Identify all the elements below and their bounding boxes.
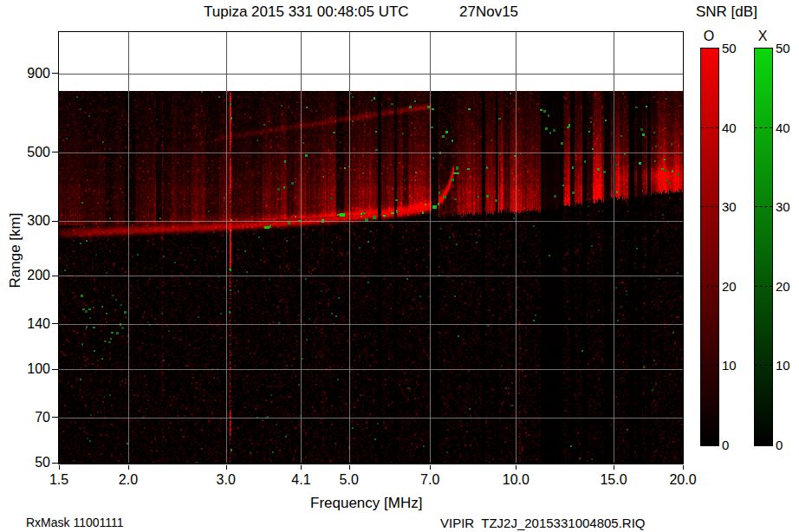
y-tick-label: 200 — [12, 268, 50, 283]
x-tick-label: 15.0 — [600, 472, 627, 488]
colorbar-tick-dash — [701, 286, 718, 287]
x-tick-label: 2.0 — [119, 472, 138, 488]
colorbar-x-label: X — [758, 29, 768, 44]
y-tick-label: 70 — [12, 409, 50, 425]
x-tick-label: 5.0 — [340, 472, 359, 488]
x-tick-mark — [128, 465, 129, 470]
colorbar-tick-dash — [755, 127, 772, 128]
x-tick-mark — [301, 465, 302, 470]
x-tick-mark — [226, 465, 227, 470]
colorbar-tick-label: 10 — [776, 358, 790, 373]
colorbar-tick-dash — [701, 127, 718, 128]
colorbar-tick-dash — [755, 365, 772, 366]
colorbar-tick-label: 30 — [776, 199, 790, 214]
y-tick-mark — [52, 417, 58, 418]
colorbar-tick-label: 0 — [722, 438, 729, 452]
x-tick-label: 3.0 — [217, 472, 236, 488]
colorbar-title: SNR [dB] — [696, 3, 757, 21]
y-tick-label: 500 — [12, 145, 50, 160]
colorbar-tick-label: 40 — [776, 120, 790, 134]
x-axis-title: Frequency [MHz] — [310, 495, 422, 512]
x-tick-mark — [614, 465, 614, 470]
x-tick-label: 4.1 — [291, 472, 310, 488]
y-tick-label: 100 — [12, 361, 50, 377]
plot-date: 27Nov15 — [459, 3, 518, 21]
x-tick-mark — [516, 465, 516, 470]
x-tick-mark — [349, 465, 350, 470]
colorbar-tick-label: 20 — [776, 278, 790, 293]
y-tick-label: 900 — [12, 65, 50, 81]
footer-filename: VIPIR TZJ2J_2015331004805.RIQ — [440, 516, 646, 530]
plot-title: Tupiza 2015 331 00:48:05 UTC — [204, 3, 409, 21]
colorbar-tick-dash — [755, 286, 772, 287]
x-tick-label: 20.0 — [669, 472, 696, 488]
x-tick-label: 7.0 — [420, 472, 439, 488]
y-tick-mark — [52, 323, 58, 324]
colorbar-tick-label: 50 — [722, 41, 737, 55]
colorbar-tick-label: 40 — [722, 120, 737, 134]
colorbar-tick-label: 30 — [722, 199, 737, 214]
colorbar-tick-dash — [701, 206, 718, 207]
colorbar-tick-dash — [755, 206, 772, 207]
x-tick-mark — [59, 465, 60, 470]
ionogram-view: Tupiza 2015 331 00:48:05 UTC 27Nov15 SNR… — [0, 0, 799, 532]
colorbar-tick-label: 10 — [722, 358, 737, 373]
colorbar-tick-label: 50 — [776, 41, 790, 55]
footer-rxmask: RxMask 11001111 — [26, 516, 124, 529]
y-tick-mark — [52, 463, 58, 464]
y-tick-label: 50 — [12, 455, 50, 470]
y-tick-mark — [52, 152, 58, 152]
y-tick-label: 140 — [12, 316, 50, 332]
x-tick-mark — [683, 465, 684, 470]
colorbar-x-gradient — [754, 48, 773, 446]
y-tick-mark — [52, 221, 58, 222]
colorbar-o-gradient — [700, 48, 719, 446]
y-tick-label: 300 — [12, 213, 50, 229]
y-tick-mark — [52, 369, 58, 370]
colorbar-tick-label: 20 — [722, 278, 737, 293]
x-tick-label: 1.5 — [49, 472, 68, 488]
colorbar-tick-dash — [701, 365, 718, 366]
colorbar-tick-label: 0 — [776, 438, 783, 452]
y-tick-mark — [52, 276, 58, 276]
colorbar-o-label: O — [704, 29, 714, 44]
ionogram-canvas — [59, 32, 683, 463]
y-tick-mark — [52, 73, 58, 74]
x-tick-mark — [430, 465, 431, 470]
x-tick-label: 10.0 — [503, 472, 529, 488]
